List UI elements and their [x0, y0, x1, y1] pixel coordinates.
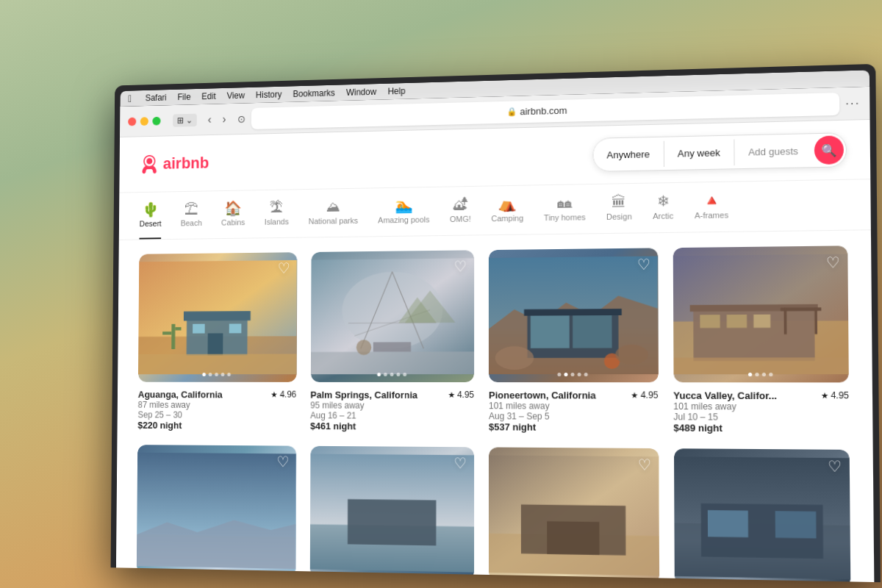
listing-distance-4: 101 miles away: [673, 401, 821, 412]
svg-rect-36: [784, 308, 786, 334]
dot-4-1: [748, 373, 752, 376]
beach-icon: ⛱: [184, 201, 198, 216]
image-dots-1: [202, 373, 231, 376]
wishlist-button-7[interactable]: ♡: [637, 456, 651, 474]
dots-button[interactable]: ···: [845, 96, 861, 110]
listing-photo-svg-6: [309, 446, 474, 581]
dot-2-3: [390, 373, 393, 376]
camping-icon: ⛺: [498, 196, 517, 211]
dot-3-1: [558, 373, 562, 376]
listing-card-1[interactable]: ♡ Agua: [137, 252, 297, 431]
dot-2-4: [396, 373, 400, 376]
arctic-label: Arctic: [653, 211, 673, 220]
category-tab-amazing-pools[interactable]: 🏊 Amazing pools: [378, 187, 429, 236]
category-tab-omg[interactable]: 🏕 OMG!: [450, 187, 471, 235]
wishlist-button-5[interactable]: ♡: [276, 453, 289, 470]
category-tab-camping[interactable]: ⛺ Camping: [491, 186, 523, 234]
wishlist-button-1[interactable]: ♡: [277, 259, 290, 277]
nav-buttons: ‹ ›: [204, 111, 230, 127]
listing-card-4[interactable]: ♡ Yucca Valley, Califor..: [673, 245, 849, 434]
listing-card-7[interactable]: ♡: [489, 447, 659, 582]
wishlist-button-4[interactable]: ♡: [826, 254, 840, 272]
macbook-frame:  Safari File Edit View History Bookmark…: [111, 64, 881, 582]
dot-4-3: [761, 373, 765, 376]
svg-rect-26: [531, 315, 570, 348]
window-menu[interactable]: Window: [346, 87, 376, 98]
svg-rect-3: [184, 311, 251, 320]
svg-rect-47: [347, 499, 435, 545]
minimize-button[interactable]: [140, 117, 148, 126]
category-tab-design[interactable]: 🏛 Design: [606, 184, 632, 233]
dot-1-5: [227, 373, 231, 376]
search-guests[interactable]: Add guests: [734, 137, 812, 165]
wishlist-button-6[interactable]: ♡: [453, 454, 467, 472]
image-dots-4: [748, 373, 772, 376]
apple-menu[interactable]: : [128, 93, 132, 104]
beach-label: Beach: [181, 218, 202, 227]
category-tab-desert[interactable]: 🌵 Desert: [139, 193, 162, 240]
svg-rect-7: [138, 354, 296, 374]
listing-dates-4: Jul 10 – 15: [673, 412, 821, 423]
dot-1-1: [202, 373, 206, 376]
arctic-icon: ❄: [656, 193, 669, 209]
listing-card-8[interactable]: ♡: [673, 448, 850, 582]
omg-icon: 🏕: [453, 197, 467, 212]
svg-rect-8: [171, 324, 175, 349]
dot-4-4: [769, 373, 772, 376]
search-any-week[interactable]: Any week: [664, 139, 734, 166]
back-button[interactable]: ‹: [204, 112, 215, 128]
view-menu[interactable]: View: [227, 90, 245, 101]
category-tab-beach[interactable]: ⛱ Beach: [181, 192, 203, 239]
amazing-pools-icon: 🏊: [395, 198, 412, 212]
image-dots-2: [377, 373, 406, 376]
history-menu[interactable]: History: [256, 90, 282, 101]
camping-label: Camping: [491, 214, 523, 223]
wishlist-button-2[interactable]: ♡: [454, 257, 467, 275]
forward-button[interactable]: ›: [218, 111, 230, 127]
listing-photo-svg-3: [489, 248, 659, 382]
search-anywhere[interactable]: Anywhere: [593, 140, 664, 168]
category-tab-islands[interactable]: 🏝 Islands: [265, 190, 289, 237]
category-tab-tiny-homes[interactable]: 🏘 Tiny homes: [544, 184, 586, 234]
listing-card-5[interactable]: ♡: [137, 445, 296, 582]
category-tab-cabins[interactable]: 🏠 Cabins: [221, 191, 245, 239]
listing-distance-2: 95 miles away: [310, 401, 448, 411]
file-menu[interactable]: File: [177, 92, 190, 102]
listing-rating-2: ★ 4.95: [448, 390, 474, 400]
islands-icon: 🏝: [270, 200, 284, 215]
svg-rect-40: [753, 315, 770, 328]
listing-card-3[interactable]: ♡ Pion: [489, 248, 659, 433]
star-icon-1: ★: [270, 390, 278, 399]
wishlist-button-8[interactable]: ♡: [828, 457, 842, 476]
listing-price-4: $489 night: [673, 422, 821, 434]
amazing-pools-label: Amazing pools: [378, 215, 429, 225]
close-button[interactable]: [128, 117, 136, 126]
edit-menu[interactable]: Edit: [201, 91, 215, 101]
listing-location-4: Yucca Valley, Califor...: [673, 390, 820, 401]
tab-switcher[interactable]: ⊞ ⌄: [173, 113, 197, 126]
maximize-button[interactable]: [152, 116, 160, 125]
bookmarks-menu[interactable]: Bookmarks: [293, 88, 334, 99]
safari-menu[interactable]: Safari: [146, 93, 167, 103]
search-button[interactable]: 🔍: [814, 135, 844, 165]
shield-button[interactable]: ⊙: [237, 112, 245, 124]
help-menu[interactable]: Help: [388, 86, 406, 96]
airbnb-page: airbnb Anywhere Any week Add guests 🔍: [116, 120, 874, 582]
category-tab-a-frames[interactable]: 🔺 A-frames: [695, 182, 728, 232]
dot-4-2: [755, 373, 759, 376]
wishlist-button-3[interactable]: ♡: [637, 256, 650, 273]
listing-image-2: ♡: [310, 250, 474, 382]
svg-rect-39: [726, 315, 747, 328]
omg-label: OMG!: [450, 215, 471, 223]
listing-rating-1: ★ 4.96: [270, 390, 296, 400]
star-icon-3: ★: [631, 390, 638, 400]
listing-photo-svg-5: [137, 445, 296, 577]
airbnb-logo[interactable]: airbnb: [140, 153, 209, 174]
desert-icon: 🌵: [142, 202, 159, 217]
dot-3-4: [578, 373, 581, 376]
category-tab-arctic[interactable]: ❄ Arctic: [653, 183, 673, 232]
tiny-homes-icon: 🏘: [557, 196, 572, 210]
listing-card-2[interactable]: ♡ Palm: [310, 250, 474, 432]
listing-card-6[interactable]: ♡: [309, 446, 474, 582]
category-tab-national-parks[interactable]: ⛰ National parks: [309, 189, 359, 237]
